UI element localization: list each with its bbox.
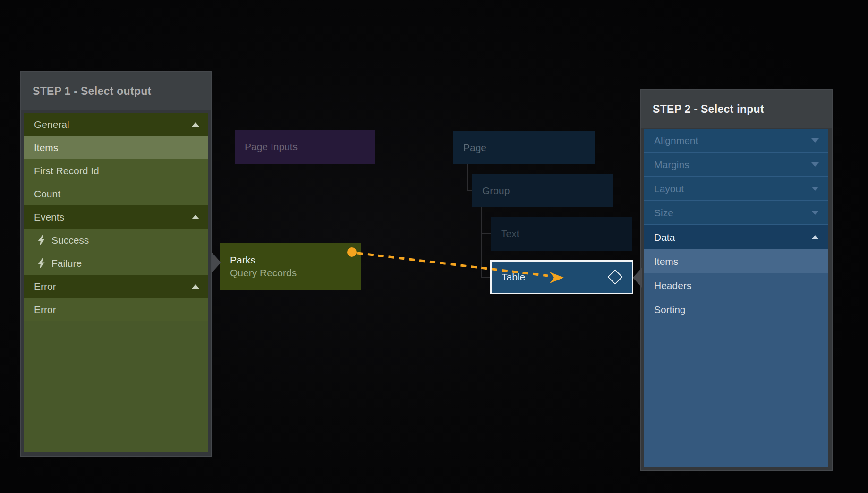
canvas: STEP 1 - Select output General Items Fir… [0,0,868,493]
connection-arrow [0,0,868,493]
connection-dashed-line [357,253,548,276]
connection-arrowhead [550,272,564,283]
connection-source-dot[interactable] [347,247,357,257]
